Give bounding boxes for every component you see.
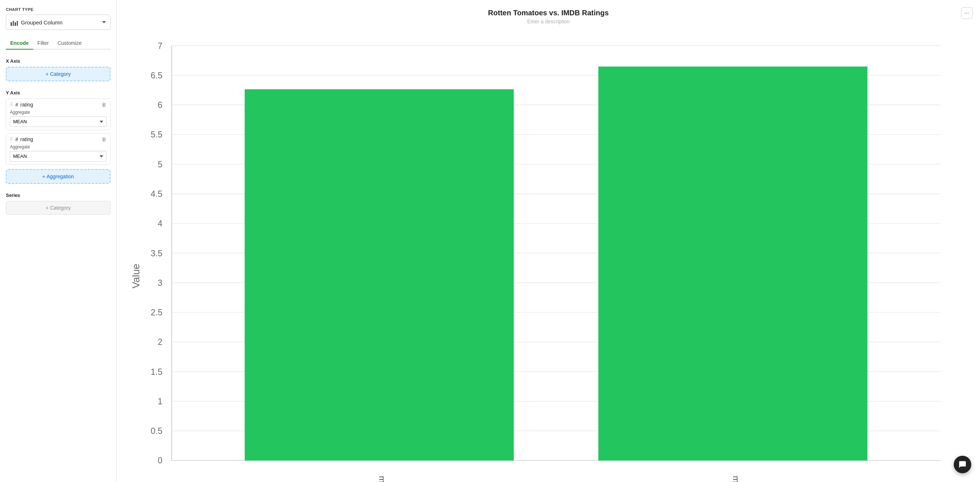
x-label-2: mean ( imdb rating ) (731, 476, 741, 482)
tab-encode[interactable]: Encode (6, 37, 33, 49)
svg-text:2: 2 (158, 337, 162, 347)
svg-text:4.5: 4.5 (151, 189, 162, 199)
series-label: Series (6, 192, 111, 198)
hash-icon-1: # (15, 102, 18, 108)
grouped-column-icon (11, 19, 18, 26)
svg-text:0: 0 (158, 456, 162, 465)
drag-handle-1[interactable]: ⠿ (10, 102, 13, 107)
svg-text:6.5: 6.5 (151, 71, 162, 80)
chat-button[interactable] (954, 456, 971, 473)
svg-text:2.5: 2.5 (151, 308, 162, 317)
tab-customize[interactable]: Customize (53, 37, 86, 49)
aggregate-label-2: Aggregate (10, 144, 107, 149)
svg-text:6: 6 (158, 100, 162, 110)
aggregate-label-1: Aggregate (10, 110, 107, 115)
right-panel: ··· Rotten Tomatoes vs. IMDB Ratings Ent… (117, 0, 980, 482)
y-axis-field-1: ⠿ # rating 🗑 Aggregate MEAN SUM COUNT MI… (6, 98, 111, 130)
delete-field-2-button[interactable]: 🗑 (102, 136, 107, 142)
bar-2 (598, 67, 868, 460)
bar-chart: Value 0 0.5 1 1.5 2 2.5 3 3.5 (126, 30, 971, 482)
chat-icon (958, 460, 967, 469)
chart-type-selected: Grouped Column (21, 19, 62, 25)
hash-icon-2: # (15, 136, 18, 142)
aggregate-select-1[interactable]: MEAN SUM COUNT MIN MAX (10, 116, 107, 127)
y-axis-label: Y Axis (6, 90, 111, 95)
series-add-category-button[interactable]: + Category (6, 201, 111, 215)
field-name-2: rating (21, 136, 33, 142)
series-section: Series + Category (6, 192, 111, 215)
tab-filter[interactable]: Filter (33, 37, 53, 49)
aggregate-select-2[interactable]: MEAN SUM COUNT MIN MAX (10, 151, 107, 162)
delete-field-1-button[interactable]: 🗑 (102, 102, 107, 108)
left-panel: CHART TYPE Grouped Column Encode Filter … (0, 0, 117, 482)
bar-1 (245, 89, 514, 460)
svg-text:5.5: 5.5 (151, 130, 162, 139)
chevron-down-icon (102, 21, 106, 23)
field-name-1: rating (21, 102, 33, 108)
more-options-button[interactable]: ··· (961, 7, 973, 19)
chart-type-section: CHART TYPE Grouped Column (6, 7, 111, 30)
chart-description: Enter a description (126, 19, 971, 24)
x-axis-add-category-button[interactable]: + Category (6, 67, 111, 81)
drag-handle-2[interactable]: ⠿ (10, 137, 13, 142)
x-axis-label: X Axis (6, 58, 111, 64)
svg-text:4: 4 (158, 219, 162, 228)
chart-container: Value 0 0.5 1 1.5 2 2.5 3 3.5 (126, 30, 971, 482)
y-axis-section: Y Axis ⠿ # rating 🗑 Aggregate MEAN SUM C… (6, 90, 111, 184)
svg-text:0.5: 0.5 (151, 426, 162, 436)
add-aggregation-button[interactable]: + Aggregation (6, 169, 111, 184)
svg-text:3.5: 3.5 (151, 249, 162, 258)
y-axis-field-2: ⠿ # rating 🗑 Aggregate MEAN SUM COUNT MI… (6, 133, 111, 165)
encode-tabs: Encode Filter Customize (6, 37, 111, 49)
chart-title: Rotten Tomatoes vs. IMDB Ratings (126, 9, 971, 17)
x-axis-section: X Axis + Category (6, 58, 111, 81)
x-label-1: mean ( tomatoes critic rating ) (377, 476, 387, 482)
svg-text:3: 3 (158, 278, 162, 288)
chart-type-label: CHART TYPE (6, 7, 111, 12)
svg-text:1: 1 (158, 397, 162, 406)
chart-type-selector[interactable]: Grouped Column (6, 14, 111, 30)
chart-header: Rotten Tomatoes vs. IMDB Ratings Enter a… (126, 9, 971, 24)
svg-text:1.5: 1.5 (151, 367, 162, 377)
svg-text:7: 7 (158, 41, 162, 51)
y-axis-title: Value (130, 263, 142, 289)
svg-text:5: 5 (158, 160, 162, 169)
